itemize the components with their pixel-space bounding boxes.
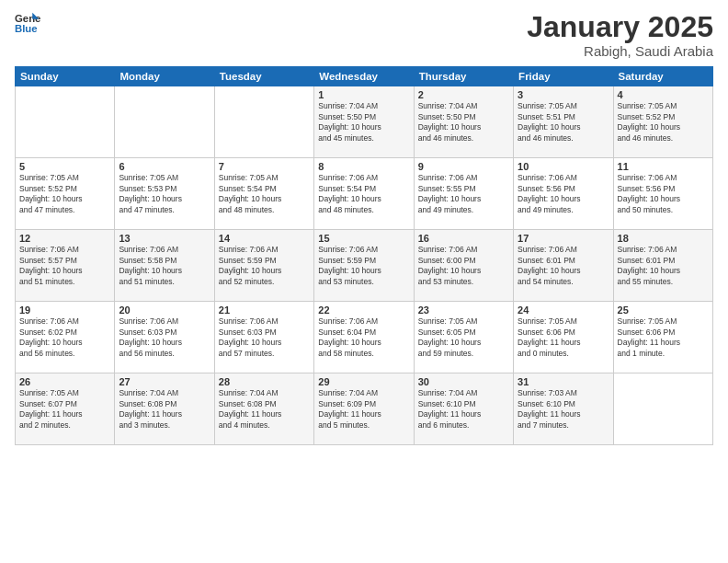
calendar-cell [16, 86, 115, 158]
day-number: 19 [19, 304, 110, 316]
calendar-cell: 14Sunrise: 7:06 AMSunset: 5:59 PMDayligh… [214, 230, 313, 302]
day-number: 28 [219, 376, 310, 387]
cell-info: Sunrise: 7:05 AMSunset: 5:54 PMDaylight:… [219, 173, 310, 215]
day-number: 7 [219, 161, 310, 172]
day-number: 9 [418, 161, 509, 172]
calendar-cell: 23Sunrise: 7:05 AMSunset: 6:05 PMDayligh… [414, 302, 513, 373]
day-number: 16 [418, 233, 509, 244]
cell-info: Sunrise: 7:03 AMSunset: 6:10 PMDaylight:… [518, 388, 609, 431]
calendar-cell: 16Sunrise: 7:06 AMSunset: 6:00 PMDayligh… [414, 230, 513, 302]
calendar-cell: 6Sunrise: 7:05 AMSunset: 5:53 PMDaylight… [115, 158, 214, 230]
title-block: January 2025 Rabigh, Saudi Arabia [527, 11, 713, 59]
cell-info: Sunrise: 7:05 AMSunset: 5:51 PMDaylight:… [518, 101, 609, 144]
cell-info: Sunrise: 7:06 AMSunset: 6:04 PMDaylight:… [318, 316, 409, 359]
day-number: 6 [119, 161, 210, 172]
calendar-cell: 21Sunrise: 7:06 AMSunset: 6:03 PMDayligh… [214, 302, 313, 373]
week-row-3: 12Sunrise: 7:06 AMSunset: 5:57 PMDayligh… [16, 230, 713, 302]
cell-info: Sunrise: 7:05 AMSunset: 6:06 PMDaylight:… [518, 316, 609, 359]
cell-info: Sunrise: 7:04 AMSunset: 6:09 PMDaylight:… [318, 388, 409, 431]
weekday-tuesday: Tuesday [214, 67, 313, 86]
calendar-cell [613, 373, 712, 445]
cell-info: Sunrise: 7:05 AMSunset: 5:52 PMDaylight:… [618, 101, 709, 144]
logo: General Blue [15, 11, 40, 37]
calendar-cell: 9Sunrise: 7:06 AMSunset: 5:55 PMDaylight… [414, 158, 513, 230]
day-number: 1 [318, 89, 409, 100]
weekday-monday: Monday [115, 67, 214, 86]
calendar-cell: 3Sunrise: 7:05 AMSunset: 5:51 PMDaylight… [514, 86, 613, 158]
calendar-cell [214, 86, 313, 158]
cell-info: Sunrise: 7:06 AMSunset: 6:01 PMDaylight:… [618, 245, 709, 287]
day-number: 11 [618, 161, 709, 172]
calendar-cell: 25Sunrise: 7:05 AMSunset: 6:06 PMDayligh… [613, 302, 712, 373]
calendar-cell: 20Sunrise: 7:06 AMSunset: 6:03 PMDayligh… [115, 302, 214, 373]
day-number: 13 [119, 233, 210, 244]
day-number: 17 [518, 233, 609, 244]
day-number: 23 [418, 304, 509, 316]
calendar-cell: 30Sunrise: 7:04 AMSunset: 6:10 PMDayligh… [414, 373, 513, 445]
weekday-friday: Friday [514, 67, 613, 86]
calendar-cell: 17Sunrise: 7:06 AMSunset: 6:01 PMDayligh… [514, 230, 613, 302]
calendar-cell: 18Sunrise: 7:06 AMSunset: 6:01 PMDayligh… [613, 230, 712, 302]
calendar-cell [115, 86, 214, 158]
calendar-cell: 5Sunrise: 7:05 AMSunset: 5:52 PMDaylight… [16, 158, 115, 230]
logo-icon: General Blue [15, 11, 40, 37]
cell-info: Sunrise: 7:04 AMSunset: 6:08 PMDaylight:… [119, 388, 210, 431]
svg-text:Blue: Blue [15, 23, 38, 34]
calendar-cell: 19Sunrise: 7:06 AMSunset: 6:02 PMDayligh… [16, 302, 115, 373]
calendar-cell: 13Sunrise: 7:06 AMSunset: 5:58 PMDayligh… [115, 230, 214, 302]
cell-info: Sunrise: 7:04 AMSunset: 6:08 PMDaylight:… [219, 388, 310, 431]
day-number: 8 [318, 161, 409, 172]
week-row-4: 19Sunrise: 7:06 AMSunset: 6:02 PMDayligh… [16, 302, 713, 373]
day-number: 2 [418, 89, 509, 100]
cell-info: Sunrise: 7:05 AMSunset: 6:06 PMDaylight:… [618, 316, 709, 359]
day-number: 14 [219, 233, 310, 244]
calendar-cell: 24Sunrise: 7:05 AMSunset: 6:06 PMDayligh… [514, 302, 613, 373]
day-number: 15 [318, 233, 409, 244]
calendar-cell: 15Sunrise: 7:06 AMSunset: 5:59 PMDayligh… [314, 230, 414, 302]
cell-info: Sunrise: 7:06 AMSunset: 6:02 PMDaylight:… [19, 316, 110, 359]
day-number: 24 [518, 304, 609, 316]
calendar-cell: 28Sunrise: 7:04 AMSunset: 6:08 PMDayligh… [214, 373, 313, 445]
calendar-cell: 11Sunrise: 7:06 AMSunset: 5:56 PMDayligh… [613, 158, 712, 230]
weekday-wednesday: Wednesday [314, 67, 414, 86]
day-number: 29 [318, 376, 409, 387]
day-number: 3 [518, 89, 609, 100]
day-number: 21 [219, 304, 310, 316]
calendar-cell: 12Sunrise: 7:06 AMSunset: 5:57 PMDayligh… [16, 230, 115, 302]
calendar-cell: 8Sunrise: 7:06 AMSunset: 5:54 PMDaylight… [314, 158, 414, 230]
day-number: 22 [318, 304, 409, 316]
weekday-header-row: SundayMondayTuesdayWednesdayThursdayFrid… [16, 67, 713, 86]
header: General Blue January 2025 Rabigh, Saudi … [15, 11, 713, 59]
calendar-cell: 7Sunrise: 7:05 AMSunset: 5:54 PMDaylight… [214, 158, 313, 230]
cell-info: Sunrise: 7:06 AMSunset: 5:57 PMDaylight:… [19, 245, 110, 287]
week-row-5: 26Sunrise: 7:05 AMSunset: 6:07 PMDayligh… [16, 373, 713, 445]
calendar-cell: 22Sunrise: 7:06 AMSunset: 6:04 PMDayligh… [314, 302, 414, 373]
day-number: 5 [19, 161, 110, 172]
cell-info: Sunrise: 7:06 AMSunset: 5:56 PMDaylight:… [618, 173, 709, 215]
cell-info: Sunrise: 7:05 AMSunset: 6:07 PMDaylight:… [19, 388, 110, 431]
day-number: 18 [618, 233, 709, 244]
day-number: 20 [119, 304, 210, 316]
cell-info: Sunrise: 7:05 AMSunset: 6:05 PMDaylight:… [418, 316, 509, 359]
week-row-1: 1Sunrise: 7:04 AMSunset: 5:50 PMDaylight… [16, 86, 713, 158]
week-row-2: 5Sunrise: 7:05 AMSunset: 5:52 PMDaylight… [16, 158, 713, 230]
cell-info: Sunrise: 7:06 AMSunset: 6:00 PMDaylight:… [418, 245, 509, 287]
cell-info: Sunrise: 7:04 AMSunset: 5:50 PMDaylight:… [418, 101, 509, 144]
day-number: 31 [518, 376, 609, 387]
cell-info: Sunrise: 7:06 AMSunset: 5:56 PMDaylight:… [518, 173, 609, 215]
calendar-page: General Blue January 2025 Rabigh, Saudi … [0, 0, 728, 563]
cell-info: Sunrise: 7:04 AMSunset: 6:10 PMDaylight:… [418, 388, 509, 431]
calendar-subtitle: Rabigh, Saudi Arabia [527, 43, 713, 59]
cell-info: Sunrise: 7:04 AMSunset: 5:50 PMDaylight:… [318, 101, 409, 144]
day-number: 12 [19, 233, 110, 244]
cell-info: Sunrise: 7:05 AMSunset: 5:53 PMDaylight:… [119, 173, 210, 215]
calendar-cell: 1Sunrise: 7:04 AMSunset: 5:50 PMDaylight… [314, 86, 414, 158]
calendar-cell: 27Sunrise: 7:04 AMSunset: 6:08 PMDayligh… [115, 373, 214, 445]
day-number: 30 [418, 376, 509, 387]
cell-info: Sunrise: 7:06 AMSunset: 5:59 PMDaylight:… [318, 245, 409, 287]
cell-info: Sunrise: 7:06 AMSunset: 5:58 PMDaylight:… [119, 245, 210, 287]
calendar-cell: 10Sunrise: 7:06 AMSunset: 5:56 PMDayligh… [514, 158, 613, 230]
weekday-thursday: Thursday [414, 67, 513, 86]
cell-info: Sunrise: 7:06 AMSunset: 5:55 PMDaylight:… [418, 173, 509, 215]
calendar-cell: 4Sunrise: 7:05 AMSunset: 5:52 PMDaylight… [613, 86, 712, 158]
